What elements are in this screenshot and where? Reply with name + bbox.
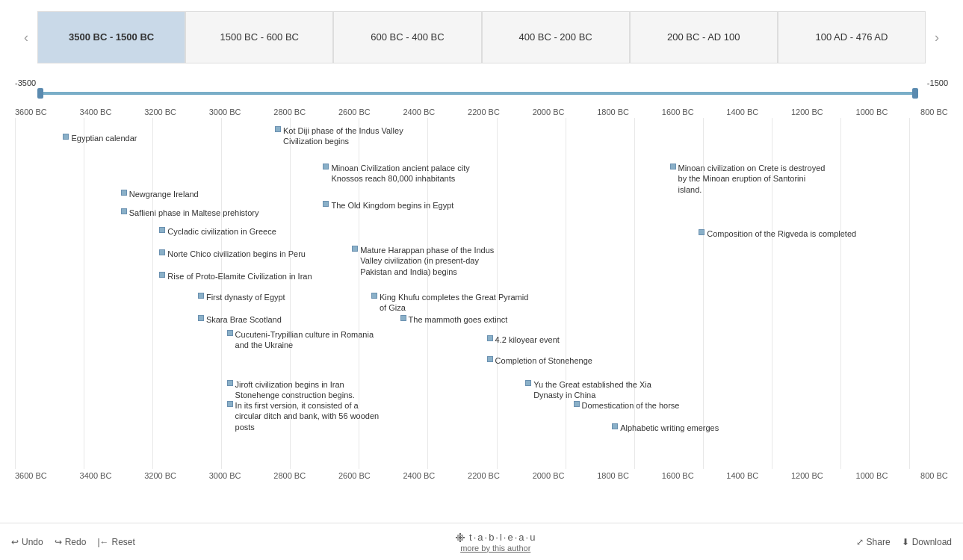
period-tab-4[interactable]: 200 BC - AD 100 — [630, 11, 778, 63]
event-label: Jiroft civilization begins in Iran Stone… — [235, 379, 385, 401]
timeline-event: Egyptian calendar — [63, 133, 137, 143]
slider-left-label: -3500 — [15, 78, 36, 87]
timeline-event: Skara Brae Scotland — [198, 314, 282, 325]
author-link[interactable]: more by this author — [460, 544, 530, 553]
redo-icon: ↪ — [55, 537, 62, 547]
timeline-content: Egyptian calendarKot Diji phase of the I… — [15, 118, 963, 469]
timeline-event: Yu the Great established the Xia Dynasty… — [525, 379, 683, 401]
event-label: The mammoth goes extinct — [409, 314, 508, 325]
footer: ↩ Undo ↪ Redo |← Reset t·a·b·l·e·a·u mor… — [0, 523, 963, 560]
timeline-event: King Khufu completes the Great Pyramid o… — [371, 292, 529, 314]
event-label: King Khufu completes the Great Pyramid o… — [380, 292, 529, 314]
tableau-wordmark: t·a·b·l·e·a·u — [469, 532, 536, 543]
next-arrow[interactable]: › — [926, 7, 948, 67]
event-dot — [159, 272, 165, 278]
axis-label: 3200 BC — [144, 108, 176, 116]
period-tab-1[interactable]: 1500 BC - 600 BC — [185, 11, 333, 63]
grid-line — [909, 118, 910, 469]
timeline-event: Saflieni phase in Maltese prehistory — [121, 208, 259, 218]
axis-label: 1000 BC — [856, 108, 888, 116]
event-label: First dynasty of Egypt — [206, 292, 285, 302]
event-label: Mature Harappan phase of the Indus Valle… — [360, 245, 510, 277]
event-label: Rise of Proto-Elamite Civilization in Ir… — [167, 271, 312, 281]
period-tab-0[interactable]: 3500 BC - 1500 BC — [37, 11, 185, 63]
event-label: The Old Kingdom begins in Egypt — [331, 200, 453, 211]
event-dot — [275, 126, 281, 132]
grid-line — [84, 118, 84, 469]
event-label: Domestication of the horse — [582, 400, 680, 411]
axis-label: 1400 BC — [726, 471, 758, 480]
event-dot — [198, 315, 204, 321]
period-tab-2[interactable]: 600 BC - 400 BC — [333, 11, 481, 63]
undo-button[interactable]: ↩ Undo — [11, 537, 43, 547]
event-dot — [323, 201, 329, 207]
prev-arrow[interactable]: ‹ — [15, 7, 37, 67]
download-button[interactable]: ⬇ Download — [902, 537, 952, 547]
event-dot — [612, 423, 618, 429]
event-dot — [121, 208, 127, 214]
slider-range — [37, 92, 918, 95]
svg-rect-1 — [456, 537, 465, 538]
bottom-axis: 3600 BC3400 BC3200 BC3000 BC2800 BC2600 … — [15, 469, 948, 482]
axis-label: 2200 BC — [468, 108, 500, 116]
event-dot — [227, 330, 233, 336]
grid-line — [840, 118, 841, 469]
axis-label: 3400 BC — [80, 471, 112, 480]
reset-icon: |← — [97, 537, 108, 547]
axis-label: 2000 BC — [533, 108, 565, 116]
grid-line — [634, 118, 635, 469]
timeline-event: In its first version, it consisted of a … — [227, 400, 385, 432]
axis-label: 1800 BC — [597, 108, 629, 116]
timeline-event: Minoan civilization on Crete is destroye… — [670, 163, 828, 195]
event-label: Yu the Great established the Xia Dynasty… — [533, 379, 683, 401]
timeline-event: Completion of Stonehenge — [487, 355, 592, 366]
event-dot — [198, 293, 204, 299]
event-label: Composition of the Rigveda is completed — [707, 228, 856, 239]
timeline-event: Minoan Civilization ancient palace city … — [323, 163, 480, 184]
event-dot — [63, 134, 69, 140]
event-label: In its first version, it consisted of a … — [235, 400, 385, 432]
svg-rect-4 — [457, 535, 463, 536]
timeline-slider[interactable]: -3500 -1500 — [15, 78, 948, 105]
event-dot — [487, 335, 493, 341]
event-dot — [574, 401, 580, 407]
event-dot — [121, 190, 127, 196]
download-icon: ⬇ — [902, 537, 909, 547]
axis-label: 2000 BC — [533, 471, 565, 480]
event-dot — [352, 246, 358, 252]
redo-label: Redo — [65, 537, 87, 547]
period-tab-5[interactable]: 100 AD - 476 AD — [778, 11, 926, 63]
undo-label: Undo — [22, 537, 43, 547]
axis-label: 3200 BC — [144, 471, 176, 480]
svg-rect-5 — [457, 539, 463, 541]
timeline-event: Domestication of the horse — [574, 400, 680, 411]
axis-label: 3600 BC — [15, 108, 47, 116]
timeline-event: Alphabetic writing emerges — [612, 423, 719, 433]
event-label: Completion of Stonehenge — [495, 355, 592, 366]
event-label: Alphabetic writing emerges — [620, 423, 719, 433]
slider-track — [37, 92, 918, 95]
tableau-logo: t·a·b·l·e·a·u — [454, 532, 536, 544]
grid-line — [152, 118, 153, 469]
timeline-event: The Old Kingdom begins in Egypt — [323, 200, 453, 211]
event-label: Saflieni phase in Maltese prehistory — [129, 208, 259, 218]
share-button[interactable]: ⤢ Share — [856, 537, 891, 547]
event-dot — [227, 401, 233, 407]
event-dot — [227, 380, 233, 386]
reset-button[interactable]: |← Reset — [97, 537, 134, 547]
footer-left: ↩ Undo ↪ Redo |← Reset — [11, 537, 135, 547]
redo-button[interactable]: ↪ Redo — [55, 537, 87, 547]
period-tab-3[interactable]: 400 BC - 200 BC — [482, 11, 630, 63]
axis-label: 1400 BC — [726, 108, 758, 116]
slider-handle-right[interactable] — [912, 88, 918, 99]
slider-handle-left[interactable] — [37, 88, 43, 99]
axis-label: 3400 BC — [80, 108, 112, 116]
axis-label: 3600 BC — [15, 471, 47, 480]
event-dot — [400, 315, 406, 321]
timeline-event: First dynasty of Egypt — [198, 292, 285, 302]
axis-label: 2600 BC — [338, 471, 371, 480]
timeline-event: Mature Harappan phase of the Indus Valle… — [352, 245, 510, 277]
event-dot — [699, 229, 705, 235]
axis-label: 3000 BC — [209, 471, 241, 480]
axis-label: 2800 BC — [273, 471, 306, 480]
